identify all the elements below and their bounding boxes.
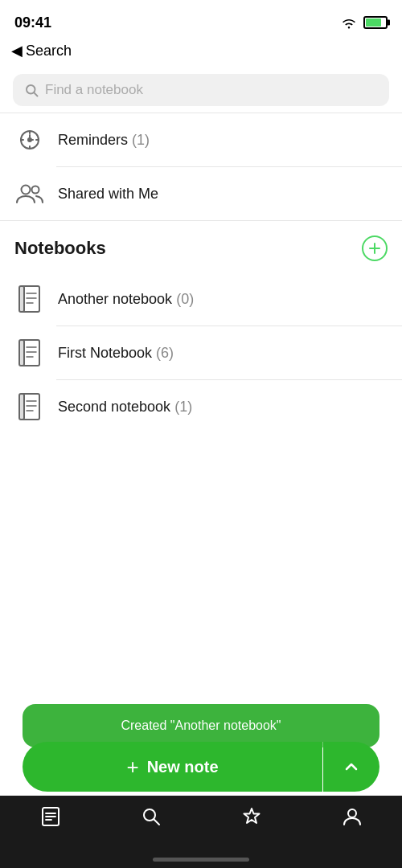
svg-point-8 <box>22 186 31 194</box>
tab-bar <box>0 796 402 868</box>
toast-message: Created "Another notebook" <box>121 719 281 732</box>
notebook-icon-1 <box>14 338 45 368</box>
notes-icon <box>39 805 62 828</box>
search-placeholder: Find a notebook <box>45 82 143 98</box>
reminders-icon <box>14 125 45 155</box>
reminders-label: Reminders (1) <box>58 132 150 149</box>
search-tab-icon <box>140 805 162 828</box>
notebooks-title: Notebooks <box>14 238 106 259</box>
tab-account[interactable] <box>302 805 402 828</box>
notebooks-section-header: Notebooks <box>0 221 402 272</box>
svg-marker-33 <box>244 809 259 823</box>
notebook-label-0: Another notebook (0) <box>58 291 194 308</box>
shared-with-me-item[interactable]: Shared with Me <box>0 167 402 220</box>
svg-line-1 <box>34 92 37 96</box>
battery-icon <box>363 16 388 29</box>
search-bar[interactable]: Find a notebook <box>13 74 389 106</box>
shared-icon <box>14 178 45 209</box>
svg-point-9 <box>32 186 39 194</box>
chevron-up-icon <box>343 759 359 775</box>
svg-line-32 <box>154 820 159 825</box>
notebook-item-2[interactable]: Second notebook (1) <box>0 380 402 433</box>
back-arrow-icon: ◀ <box>11 42 23 59</box>
tab-search[interactable] <box>100 805 201 828</box>
fab-area[interactable]: + New note <box>23 742 379 792</box>
tab-favorites[interactable] <box>201 805 302 828</box>
fab-chevron-button[interactable] <box>323 742 379 792</box>
wifi-icon <box>341 17 357 29</box>
svg-rect-13 <box>19 286 24 312</box>
notebook-icon-0 <box>14 284 45 314</box>
person-icon <box>341 805 363 828</box>
add-notebook-button[interactable] <box>362 235 388 261</box>
reminders-item[interactable]: Reminders (1) <box>0 113 402 166</box>
toast-notification: Created "Another notebook" <box>23 704 379 747</box>
svg-rect-18 <box>19 340 24 366</box>
back-navigation[interactable]: ◀ Search <box>0 40 402 68</box>
fab-plus-icon: + <box>126 756 138 777</box>
tab-notes[interactable] <box>0 805 100 828</box>
home-indicator <box>153 858 249 862</box>
notebook-icon-2 <box>14 391 45 422</box>
notebook-label-2: Second notebook (1) <box>58 399 192 416</box>
search-icon <box>24 83 39 97</box>
star-icon <box>240 805 263 828</box>
fab-label: New note <box>147 758 219 776</box>
status-time: 09:41 <box>14 14 51 31</box>
shared-with-me-label: Shared with Me <box>58 186 158 203</box>
back-label: Search <box>26 43 72 59</box>
notebook-item-0[interactable]: Another notebook (0) <box>0 272 402 326</box>
svg-rect-23 <box>19 394 24 420</box>
svg-point-34 <box>348 809 356 817</box>
status-icons <box>341 16 388 29</box>
notebook-label-1: First Notebook (6) <box>58 345 174 362</box>
notebook-item-1[interactable]: First Notebook (6) <box>0 326 402 379</box>
status-bar: 09:41 <box>0 0 402 40</box>
new-note-button[interactable]: + New note <box>23 742 322 792</box>
